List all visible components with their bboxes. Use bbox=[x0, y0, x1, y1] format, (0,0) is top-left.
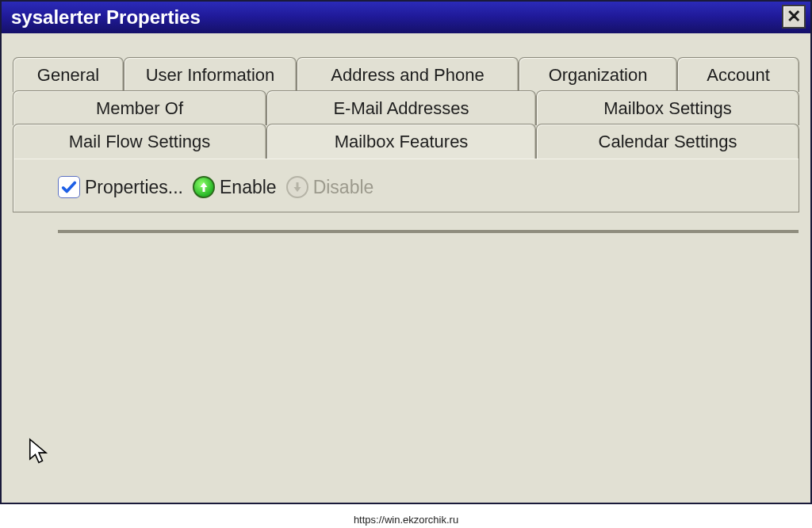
tab-email-addresses[interactable]: E-Mail Addresses bbox=[266, 90, 536, 125]
list-header: Feature Status bbox=[59, 231, 797, 233]
col-feature[interactable]: Feature bbox=[59, 231, 337, 233]
dialog-body: General User Information Address and Pho… bbox=[2, 33, 810, 503]
properties-window: sysalerter Properties ✕ General User Inf… bbox=[0, 0, 812, 504]
tab-row-2: Member Of E-Mail Addresses Mailbox Setti… bbox=[13, 90, 799, 125]
tab-mailbox-settings[interactable]: Mailbox Settings bbox=[536, 90, 799, 125]
disable-icon bbox=[286, 176, 308, 198]
footer-url: https://win.ekzorchik.ru bbox=[0, 514, 812, 526]
tab-row-1: General User Information Address and Pho… bbox=[13, 57, 799, 92]
feature-list[interactable]: Feature Status Outlook Web AppDisabledEx… bbox=[58, 230, 799, 233]
titlebar: sysalerter Properties ✕ bbox=[2, 2, 810, 33]
tab-user-information[interactable]: User Information bbox=[124, 57, 297, 92]
tab-mail-flow-settings[interactable]: Mail Flow Settings bbox=[13, 124, 266, 159]
tab-mailbox-features[interactable]: Mailbox Features bbox=[266, 124, 536, 159]
col-status[interactable]: Status bbox=[337, 231, 622, 233]
enable-icon bbox=[193, 176, 215, 198]
tab-container: General User Information Address and Pho… bbox=[8, 57, 804, 216]
cursor-icon bbox=[27, 438, 51, 466]
tab-organization[interactable]: Organization bbox=[519, 57, 677, 92]
properties-icon bbox=[58, 176, 80, 198]
tab-row-3: Mail Flow Settings Mailbox Features Cale… bbox=[13, 124, 799, 159]
window-title: sysalerter Properties bbox=[11, 6, 201, 29]
close-icon: ✕ bbox=[787, 6, 801, 27]
tab-calendar-settings[interactable]: Calendar Settings bbox=[536, 124, 799, 159]
tab-panel: Properties... Enable Disable bbox=[13, 158, 799, 212]
close-button[interactable]: ✕ bbox=[782, 5, 806, 29]
col-empty[interactable] bbox=[622, 231, 797, 233]
tab-member-of[interactable]: Member Of bbox=[13, 90, 266, 125]
tab-account[interactable]: Account bbox=[677, 57, 799, 92]
disable-button: Disable bbox=[286, 176, 374, 198]
enable-button[interactable]: Enable bbox=[193, 176, 277, 198]
feature-toolbar: Properties... Enable Disable bbox=[13, 159, 799, 206]
tab-address-and-phone[interactable]: Address and Phone bbox=[297, 57, 519, 92]
properties-button[interactable]: Properties... bbox=[58, 176, 183, 198]
tab-general[interactable]: General bbox=[13, 57, 124, 92]
